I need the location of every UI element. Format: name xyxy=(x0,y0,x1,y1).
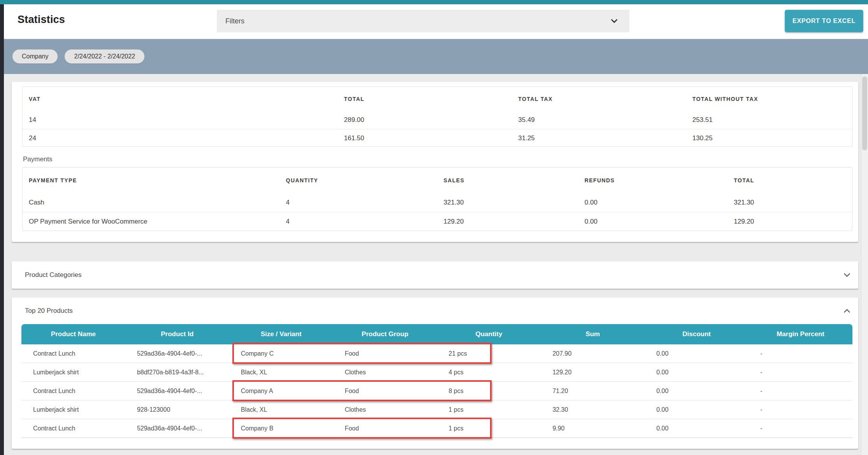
vat-cell: 14 xyxy=(23,116,338,124)
scrollbar-thumb[interactable] xyxy=(862,76,867,150)
product-id-cell: 928-123000 xyxy=(125,406,229,413)
discount-cell: 0.00 xyxy=(645,350,749,357)
discount-cell: 0.00 xyxy=(645,425,749,432)
product-name-cell: Contract Lunch xyxy=(21,388,125,395)
product-name-cell: Contract Lunch xyxy=(21,350,125,357)
size-variant-cell: Company B xyxy=(229,425,333,432)
table-row: Contract Lunch 529ad36a-4904-4ef0-... Co… xyxy=(21,382,852,400)
sum-cell: 9.90 xyxy=(541,425,645,432)
margin-percent-cell: - xyxy=(749,425,852,432)
payment-type-col-header: PAYMENT TYPE xyxy=(23,177,280,183)
statistics-page: Statistics Filters EXPORT TO EXCEL Compa… xyxy=(0,0,868,455)
top-products-accordion[interactable]: Top 20 Products xyxy=(12,298,858,324)
filters-dropdown[interactable]: Filters xyxy=(217,10,629,32)
total-col-header: TOTAL xyxy=(727,177,852,183)
discount-cell: 0.00 xyxy=(645,369,749,376)
active-filters-bar: Company 2/24/2022 - 2/24/2022 xyxy=(4,39,868,74)
product-categories-label: Product Categories xyxy=(25,271,82,279)
payment-type-cell: Cash xyxy=(23,199,280,206)
table-row: OP Payment Service for WooCommerce 4 129… xyxy=(23,212,852,231)
total-tax-cell: 31.25 xyxy=(512,134,686,142)
total-without-tax-cell: 253.51 xyxy=(686,116,852,124)
product-group-col-header: Product Group xyxy=(333,330,437,338)
vat-col-header: VAT xyxy=(23,96,338,102)
vat-cell: 24 xyxy=(23,134,338,142)
product-id-cell: 529ad36a-4904-4ef0-... xyxy=(125,388,229,395)
sales-cell: 321.30 xyxy=(437,199,578,206)
products-table-header-row: Product Name Product Id Size / Variant P… xyxy=(21,324,852,344)
filters-dropdown-label: Filters xyxy=(225,17,244,25)
table-row: 24 161.50 31.25 130.25 xyxy=(23,129,852,147)
export-to-excel-button[interactable]: EXPORT TO EXCEL xyxy=(785,10,863,32)
vat-table: VAT TOTAL TOTAL TAX TOTAL WITHOUT TAX 14… xyxy=(22,86,852,147)
quantity-cell: 1 pcs xyxy=(437,406,541,413)
size-variant-cell: Company C xyxy=(229,350,333,357)
top-products-table: Product Name Product Id Size / Variant P… xyxy=(21,324,852,438)
product-id-cell: b8df270a-b819-4a3f-8... xyxy=(125,369,229,376)
size-variant-cell: Company A xyxy=(229,388,333,395)
main-content: VAT TOTAL TOTAL TAX TOTAL WITHOUT TAX 14… xyxy=(4,74,861,455)
product-group-cell: Food xyxy=(333,350,437,357)
top-accent-bar xyxy=(0,0,868,4)
payments-table-header-row: PAYMENT TYPE QUANTITY SALES REFUNDS TOTA… xyxy=(23,168,852,193)
product-name-cell: Lumberjack shirt xyxy=(21,369,125,376)
total-cell: 289.00 xyxy=(338,116,512,124)
discount-col-header: Discount xyxy=(645,330,749,338)
discount-cell: 0.00 xyxy=(645,388,749,395)
chevron-up-icon xyxy=(842,306,852,316)
margin-percent-cell: - xyxy=(749,369,852,376)
payment-type-cell: OP Payment Service for WooCommerce xyxy=(23,218,280,226)
top-products-label: Top 20 Products xyxy=(25,307,73,315)
vertical-scrollbar[interactable] xyxy=(861,74,868,455)
sum-cell: 129.20 xyxy=(541,369,645,376)
product-id-col-header: Product Id xyxy=(125,330,229,338)
quantity-cell: 8 pcs xyxy=(437,388,541,395)
table-row: Contract Lunch 529ad36a-4904-4ef0-... Co… xyxy=(21,344,852,363)
discount-cell: 0.00 xyxy=(645,406,749,413)
chevron-down-icon xyxy=(842,270,852,280)
filter-chip-date-range[interactable]: 2/24/2022 - 2/24/2022 xyxy=(65,49,144,63)
total-tax-cell: 35.49 xyxy=(512,116,686,124)
sum-cell: 32.30 xyxy=(541,406,645,413)
quantity-col-header: Quantity xyxy=(437,330,541,338)
product-id-cell: 529ad36a-4904-4ef0-... xyxy=(125,425,229,432)
sum-cell: 207.90 xyxy=(541,350,645,357)
table-row: Cash 4 321.30 0.00 321.30 xyxy=(23,193,852,212)
total-cell: 129.20 xyxy=(727,218,852,226)
refunds-cell: 0.00 xyxy=(578,199,728,206)
summary-card: VAT TOTAL TOTAL TAX TOTAL WITHOUT TAX 14… xyxy=(12,82,858,242)
table-row: Lumberjack shirt b8df270a-b819-4a3f-8...… xyxy=(21,363,852,382)
top-products-section: Top 20 Products Product Name Product Id … xyxy=(12,298,858,449)
product-group-cell: Clothes xyxy=(333,406,437,413)
filter-chip-company[interactable]: Company xyxy=(12,49,58,63)
product-group-cell: Clothes xyxy=(333,369,437,376)
page-title: Statistics xyxy=(18,14,65,26)
chevron-down-icon xyxy=(609,16,619,26)
sales-cell: 129.20 xyxy=(437,218,578,226)
vat-table-header-row: VAT TOTAL TOTAL TAX TOTAL WITHOUT TAX xyxy=(23,87,852,111)
margin-percent-cell: - xyxy=(749,350,852,357)
size-variant-cell: Black, XL xyxy=(229,406,333,413)
total-without-tax-col-header: TOTAL WITHOUT TAX xyxy=(686,96,852,102)
total-col-header: TOTAL xyxy=(338,96,512,102)
size-variant-col-header: Size / Variant xyxy=(229,330,333,338)
product-categories-accordion[interactable]: Product Categories xyxy=(12,261,858,289)
product-name-cell: Lumberjack shirt xyxy=(21,406,125,413)
total-tax-col-header: TOTAL TAX xyxy=(512,96,686,102)
product-group-cell: Food xyxy=(333,425,437,432)
quantity-cell: 1 pcs xyxy=(437,425,541,432)
payments-table: PAYMENT TYPE QUANTITY SALES REFUNDS TOTA… xyxy=(22,167,852,231)
refunds-cell: 0.00 xyxy=(578,218,728,226)
total-cell: 161.50 xyxy=(338,134,512,142)
table-row: Lumberjack shirt 928-123000 Black, XL Cl… xyxy=(21,400,852,419)
product-name-col-header: Product Name xyxy=(21,330,125,338)
payments-section-label: Payments xyxy=(23,155,852,163)
quantity-cell: 21 pcs xyxy=(437,350,541,357)
quantity-col-header: QUANTITY xyxy=(280,177,438,183)
size-variant-cell: Black, XL xyxy=(229,369,333,376)
product-name-cell: Contract Lunch xyxy=(21,425,125,432)
quantity-cell: 4 xyxy=(280,218,438,226)
product-id-cell: 529ad36a-4904-4ef0-... xyxy=(125,350,229,357)
quantity-cell: 4 pcs xyxy=(437,369,541,376)
table-row: Contract Lunch 529ad36a-4904-4ef0-... Co… xyxy=(21,419,852,438)
